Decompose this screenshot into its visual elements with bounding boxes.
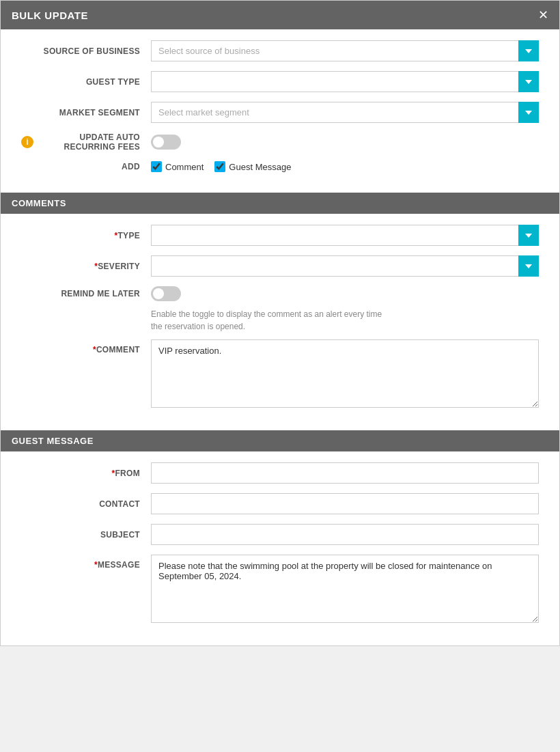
market-segment-row: MARKET SEGMENT [21, 102, 539, 123]
comment-row: *COMMENT VIP reservation. [21, 339, 539, 410]
type-row: *TYPE Check-In [21, 225, 539, 246]
market-segment-input[interactable] [151, 102, 539, 123]
modal-body: SOURCE OF BUSINESS GUEST TYPE none MARKE… [1, 29, 559, 645]
modal-title: BULK UPDATE [12, 10, 88, 21]
contact-label: CONTACT [21, 499, 151, 509]
market-segment-wrapper [151, 102, 539, 123]
top-form-section: SOURCE OF BUSINESS GUEST TYPE none MARKE… [1, 29, 559, 193]
message-row: *MESSAGE <span data-bind="message.value_… [21, 555, 539, 625]
comment-textarea[interactable]: VIP reservation. [151, 339, 539, 408]
add-label: ADD [21, 162, 151, 171]
guest-message-checkbox-label[interactable]: Guest Message [214, 161, 291, 172]
update-auto-recurring-fees-label: UPDATE AUTO RECURRING FEES [39, 133, 140, 152]
message-label: *MESSAGE [21, 555, 151, 570]
update-auto-recurring-fees-toggle-wrapper [151, 135, 181, 150]
subject-label: SUBJECT [21, 530, 151, 540]
type-wrapper: Check-In [151, 225, 539, 246]
source-of-business-row: SOURCE OF BUSINESS [21, 40, 539, 61]
update-auto-recurring-fees-label-group: i UPDATE AUTO RECURRING FEES [21, 133, 151, 152]
severity-label: *SEVERITY [21, 262, 151, 271]
severity-input[interactable]: Medium [151, 255, 539, 277]
remind-me-later-row: REMIND ME LATER [21, 286, 539, 301]
comment-label-field: *COMMENT [21, 339, 151, 354]
modal-header: BULK UPDATE ✕ [1, 1, 559, 29]
source-of-business-input[interactable] [151, 40, 539, 61]
type-label: *TYPE [21, 231, 151, 240]
guest-type-wrapper: none [151, 71, 539, 92]
guest-message-checkbox[interactable] [214, 161, 225, 172]
update-auto-recurring-fees-row: i UPDATE AUTO RECURRING FEES [21, 133, 539, 152]
guest-type-label: GUEST TYPE [21, 77, 151, 87]
bulk-update-modal: BULK UPDATE ✕ SOURCE OF BUSINESS GUEST T… [0, 0, 560, 646]
update-auto-recurring-fees-toggle[interactable] [151, 135, 181, 150]
comment-checkbox[interactable] [151, 161, 162, 172]
add-checkbox-group: Comment Guest Message [151, 161, 291, 172]
from-row: *FROM John [21, 462, 539, 484]
comment-label: Comment [165, 162, 204, 172]
remind-hint-text: Enable the toggle to display the comment… [21, 308, 539, 333]
remind-me-later-label: REMIND ME LATER [21, 289, 151, 298]
from-label: *FROM [21, 469, 151, 478]
comments-section-header: COMMENTS [1, 193, 559, 214]
message-wrapper: <span data-bind="message.value_part1"></… [151, 555, 539, 625]
guest-message-label: Guest Message [229, 162, 291, 172]
guest-message-section-title: GUEST MESSAGE [12, 436, 94, 446]
subject-row: SUBJECT Maintenance Notification [21, 524, 539, 545]
severity-row: *SEVERITY Medium [21, 255, 539, 277]
guest-message-form-section: *FROM John CONTACT 786876876 SUBJECT Mai… [1, 451, 559, 645]
subject-wrapper: Maintenance Notification [151, 524, 539, 545]
close-button[interactable]: ✕ [538, 9, 548, 21]
toggle-slider [151, 135, 181, 150]
contact-row: CONTACT 786876876 [21, 493, 539, 514]
comments-form-section: *TYPE Check-In *SEVERITY Medium R [1, 214, 559, 430]
guest-message-section-header: GUEST MESSAGE [1, 430, 559, 451]
add-row: ADD Comment Guest Message [21, 161, 539, 172]
market-segment-label: MARKET SEGMENT [21, 108, 151, 117]
type-input[interactable]: Check-In [151, 225, 539, 246]
guest-type-row: GUEST TYPE none [21, 71, 539, 92]
subject-input[interactable]: Maintenance Notification [151, 524, 539, 545]
contact-input[interactable]: 786876876 [151, 493, 539, 514]
comment-checkbox-label[interactable]: Comment [151, 161, 204, 172]
source-of-business-label: SOURCE OF BUSINESS [21, 46, 151, 56]
remind-me-later-toggle[interactable] [151, 286, 181, 301]
source-of-business-wrapper [151, 40, 539, 61]
from-input[interactable]: John [151, 462, 539, 484]
from-wrapper: John [151, 462, 539, 484]
remind-me-later-toggle-wrapper [151, 286, 181, 301]
message-textarea[interactable]: <span data-bind="message.value_part1"></… [151, 555, 539, 623]
comment-wrapper: VIP reservation. [151, 339, 539, 410]
guest-type-input[interactable]: none [151, 71, 539, 92]
comments-section-title: COMMENTS [12, 198, 66, 208]
remind-toggle-slider [151, 286, 181, 301]
contact-wrapper: 786876876 [151, 493, 539, 514]
severity-wrapper: Medium [151, 255, 539, 277]
info-icon: i [21, 136, 33, 148]
